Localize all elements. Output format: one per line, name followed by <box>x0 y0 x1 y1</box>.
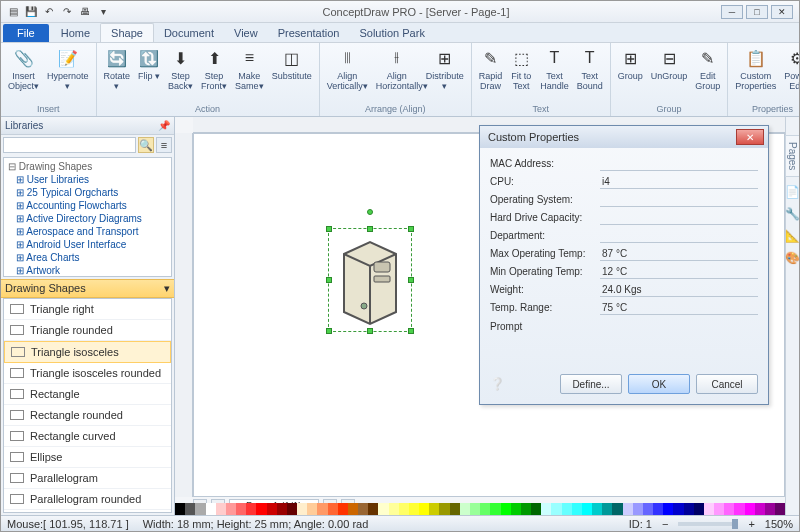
search-icon[interactable]: 🔍 <box>138 137 154 153</box>
shape-item[interactable]: Rectangle curved <box>4 426 171 447</box>
color-swatch[interactable] <box>195 503 205 515</box>
tool-icon-2[interactable]: 🔧 <box>785 207 800 221</box>
color-swatch[interactable] <box>684 503 694 515</box>
server-shape[interactable] <box>334 234 406 326</box>
color-swatch[interactable] <box>419 503 429 515</box>
qat-more-icon[interactable]: ▾ <box>95 4 111 20</box>
shape-item[interactable]: Triangle rounded <box>4 320 171 341</box>
color-palette[interactable] <box>175 503 785 515</box>
tree-item[interactable]: ⊞ 25 Typical Orgcharts <box>6 186 169 199</box>
color-swatch[interactable] <box>256 503 266 515</box>
property-input[interactable] <box>600 264 758 279</box>
color-swatch[interactable] <box>714 503 724 515</box>
shape-item[interactable]: Triangle right <box>4 299 171 320</box>
ribbon-flip-button[interactable]: 🔃Flip ▾ <box>135 45 163 104</box>
color-swatch[interactable] <box>612 503 622 515</box>
tree-item[interactable]: ⊞ Accounting Flowcharts <box>6 199 169 212</box>
color-swatch[interactable] <box>541 503 551 515</box>
ribbon-hypernote-button[interactable]: 📝Hypernote ▾ <box>44 45 92 104</box>
color-swatch[interactable] <box>389 503 399 515</box>
color-swatch[interactable] <box>338 503 348 515</box>
zoom-in-button[interactable]: + <box>748 518 754 530</box>
color-swatch[interactable] <box>348 503 358 515</box>
resize-handle-s[interactable] <box>367 328 373 334</box>
shape-item[interactable]: Trapezoid isosceles <box>4 510 171 513</box>
color-swatch[interactable] <box>236 503 246 515</box>
color-swatch[interactable] <box>287 503 297 515</box>
resize-handle-e[interactable] <box>408 277 414 283</box>
color-swatch[interactable] <box>531 503 541 515</box>
tree-header[interactable]: ⊟ Drawing Shapes <box>6 160 169 173</box>
ribbon-substitutebutton[interactable]: ◫Substitute <box>269 45 315 104</box>
ribbon-insert-object-button[interactable]: 📎Insert Object▾ <box>5 45 42 104</box>
color-swatch[interactable] <box>206 503 216 515</box>
search-options-icon[interactable]: ≡ <box>156 137 172 153</box>
ribbon-fit-to-textbutton[interactable]: ⬚Fit to Text <box>507 45 535 104</box>
property-input[interactable] <box>600 156 758 171</box>
color-swatch[interactable] <box>592 503 602 515</box>
ribbon-edit-groupbutton[interactable]: ✎Edit Group <box>692 45 723 104</box>
ribbon-rotate-button[interactable]: 🔄Rotate ▾ <box>101 45 134 104</box>
color-swatch[interactable] <box>633 503 643 515</box>
maximize-button[interactable]: □ <box>746 5 768 19</box>
tree-item[interactable]: ⊞ Aerospace and Transport <box>6 225 169 238</box>
color-swatch[interactable] <box>267 503 277 515</box>
qat-undo-icon[interactable]: ↶ <box>41 4 57 20</box>
color-swatch[interactable] <box>175 503 185 515</box>
dialog-close-button[interactable]: ✕ <box>736 129 764 145</box>
shape-list[interactable]: Triangle rightTriangle roundedTriangle i… <box>3 298 172 513</box>
color-swatch[interactable] <box>724 503 734 515</box>
tree-item[interactable]: ⊞ Area Charts <box>6 251 169 264</box>
ribbon-step-front-button[interactable]: ⬆Step Front▾ <box>198 45 230 104</box>
color-swatch[interactable] <box>317 503 327 515</box>
color-swatch[interactable] <box>562 503 572 515</box>
color-swatch[interactable] <box>277 503 287 515</box>
help-icon[interactable]: ❔ <box>490 377 505 391</box>
resize-handle-ne[interactable] <box>408 226 414 232</box>
color-swatch[interactable] <box>704 503 714 515</box>
color-swatch[interactable] <box>450 503 460 515</box>
library-tree[interactable]: ⊟ Drawing Shapes⊞ User Libraries⊞ 25 Typ… <box>3 157 172 277</box>
color-swatch[interactable] <box>775 503 785 515</box>
tree-item[interactable]: ⊞ Active Directory Diagrams <box>6 212 169 225</box>
resize-handle-se[interactable] <box>408 328 414 334</box>
close-button[interactable]: ✕ <box>771 5 793 19</box>
qat-save-icon[interactable]: 💾 <box>23 4 39 20</box>
ribbon-text-boundbutton[interactable]: TText Bound <box>574 45 606 104</box>
property-input[interactable] <box>600 300 758 315</box>
color-swatch[interactable] <box>399 503 409 515</box>
ribbon-power-editbutton[interactable]: ⚙Power Edit <box>781 45 800 104</box>
cancel-button[interactable]: Cancel <box>696 374 758 394</box>
shape-item[interactable]: Ellipse <box>4 447 171 468</box>
resize-handle-w[interactable] <box>326 277 332 283</box>
zoom-slider[interactable] <box>678 522 738 526</box>
property-input[interactable] <box>600 246 758 261</box>
tab-document[interactable]: Document <box>154 24 224 42</box>
tab-view[interactable]: View <box>224 24 268 42</box>
color-swatch[interactable] <box>663 503 673 515</box>
color-swatch[interactable] <box>653 503 663 515</box>
color-swatch[interactable] <box>551 503 561 515</box>
ribbon-step-back-button[interactable]: ⬇Step Back▾ <box>165 45 196 104</box>
ribbon-text-handlebutton[interactable]: TText Handle <box>537 45 572 104</box>
color-swatch[interactable] <box>511 503 521 515</box>
color-swatch[interactable] <box>368 503 378 515</box>
tree-item[interactable]: ⊞ Artwork <box>6 264 169 277</box>
color-swatch[interactable] <box>734 503 744 515</box>
color-swatch[interactable] <box>572 503 582 515</box>
minimize-button[interactable]: ─ <box>721 5 743 19</box>
property-input[interactable] <box>600 174 758 189</box>
ribbon-make-same-button[interactable]: ≡Make Same▾ <box>232 45 267 104</box>
color-swatch[interactable] <box>602 503 612 515</box>
qat-print-icon[interactable]: 🖶 <box>77 4 93 20</box>
color-swatch[interactable] <box>490 503 500 515</box>
ribbon-align-horizontally-button[interactable]: ⫲Align Horizontally▾ <box>373 45 421 104</box>
tab-presentation[interactable]: Presentation <box>268 24 350 42</box>
shapes-header[interactable]: Drawing Shapes▾ <box>1 279 174 298</box>
tab-file[interactable]: File <box>3 24 49 42</box>
color-swatch[interactable] <box>409 503 419 515</box>
shape-item[interactable]: Triangle isosceles rounded <box>4 363 171 384</box>
color-swatch[interactable] <box>501 503 511 515</box>
color-swatch[interactable] <box>439 503 449 515</box>
color-swatch[interactable] <box>328 503 338 515</box>
